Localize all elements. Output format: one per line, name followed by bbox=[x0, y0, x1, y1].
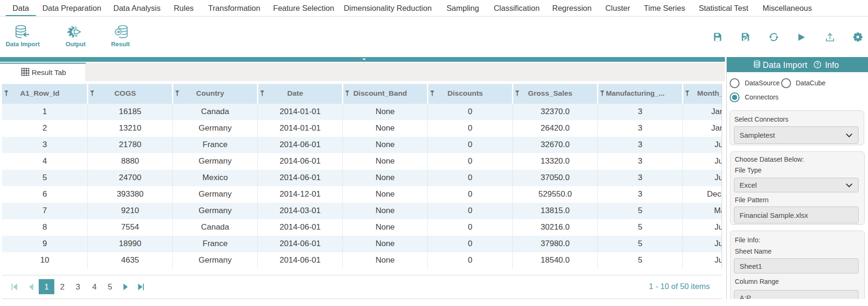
svg-text:?: ? bbox=[816, 62, 819, 67]
